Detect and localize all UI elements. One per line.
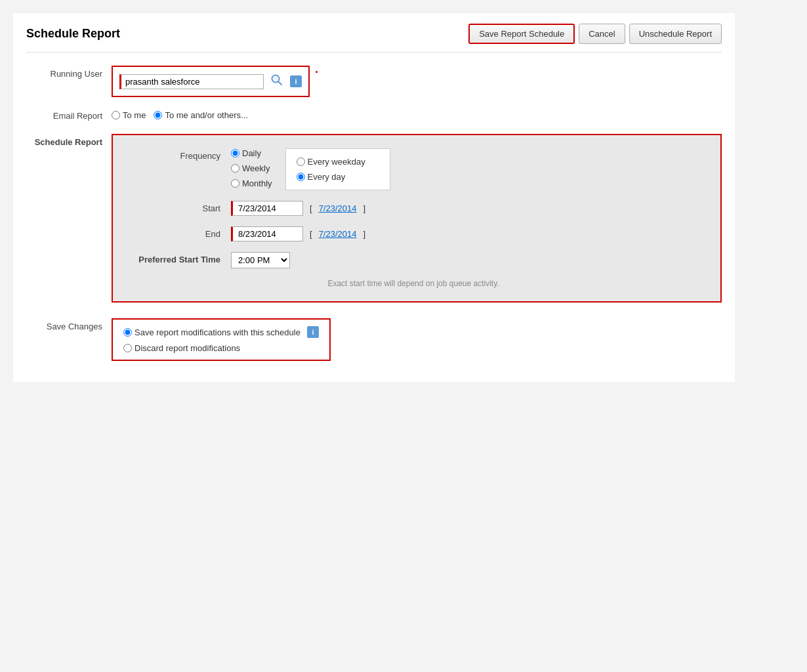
preferred-start-time-label: Preferred Start Time [126,252,231,264]
running-user-label: Running User [26,66,112,79]
unschedule-report-button[interactable]: Unschedule Report [629,24,722,44]
cancel-button[interactable]: Cancel [579,24,625,44]
search-icon [270,74,283,87]
every-weekday-label: Every weekday [308,157,365,167]
running-user-input[interactable] [119,74,264,89]
running-user-info-icon[interactable]: i [290,75,302,87]
svg-point-2 [274,77,278,81]
header-actions: Save Report Schedule Cancel Unschedule R… [468,24,722,44]
start-date-wrapper: [ 7/23/2014 ] [231,201,365,216]
save-changes-box: Save report modifications with this sche… [112,318,331,361]
running-user-box: i [112,66,310,97]
save-modifications-option[interactable]: Save report modifications with this sche… [123,326,319,338]
start-label: Start [126,201,231,213]
email-report-label: Email Report [26,108,112,121]
frequency-label: Frequency [126,148,231,161]
preferred-start-time-select[interactable]: 12:00 AM1:00 AM2:00 AM 3:00 AM4:00 AM5:0… [231,252,290,268]
page-title: Schedule Report [26,27,120,41]
frequency-monthly-option[interactable]: Monthly [231,178,272,188]
every-day-radio[interactable] [297,173,305,181]
frequency-daily-radio[interactable] [231,149,239,158]
discard-modifications-option[interactable]: Discard report modifications [123,343,319,353]
save-modifications-info-icon[interactable]: i [307,326,319,338]
schedule-report-label: Schedule Report [26,134,112,147]
save-modifications-label: Save report modifications with this sche… [134,327,300,337]
save-modifications-radio[interactable] [123,328,132,337]
every-day-option[interactable]: Every day [297,172,379,182]
frequency-options: Daily Weekly Monthly [231,148,390,190]
end-date-wrapper: [ 7/23/2014 ] [231,226,365,242]
frequency-monthly-label: Monthly [242,178,272,188]
start-date-input[interactable] [231,201,303,216]
svg-line-1 [279,82,282,85]
frequency-main-options: Daily Weekly Monthly [231,148,272,188]
email-to-me-others-label: To me and/or others... [165,110,247,120]
frequency-sub-options: Every weekday Every day [285,148,390,190]
frequency-daily-option[interactable]: Daily [231,148,272,158]
email-to-me-others-option[interactable]: To me and/or others... [154,110,247,120]
every-weekday-option[interactable]: Every weekday [297,157,379,167]
email-report-options: To me To me and/or others... [112,108,248,120]
save-changes-label: Save Changes [26,318,112,331]
frequency-weekly-option[interactable]: Weekly [231,163,272,173]
email-to-me-option[interactable]: To me [112,110,146,120]
end-date-input[interactable] [231,226,303,242]
frequency-monthly-radio[interactable] [231,179,239,188]
frequency-weekly-radio[interactable] [231,164,239,173]
start-date-link[interactable]: 7/23/2014 [319,203,357,213]
email-to-me-label: To me [123,110,146,120]
end-label: End [126,226,231,239]
email-to-me-others-radio[interactable] [154,111,162,119]
discard-modifications-radio[interactable] [123,344,132,352]
discard-modifications-label: Discard report modifications [134,343,240,353]
running-user-search-button[interactable] [268,72,286,91]
schedule-info-text: Exact start time will depend on job queu… [126,279,701,288]
frequency-weekly-label: Weekly [242,163,270,173]
frequency-daily-label: Daily [242,148,261,158]
every-day-label: Every day [308,172,346,182]
schedule-report-box: Frequency Daily Weekly Month [112,134,722,303]
end-date-link[interactable]: 7/23/2014 [319,229,357,239]
required-indicator: · [315,66,318,79]
save-report-schedule-button[interactable]: Save Report Schedule [468,24,575,44]
email-to-me-radio[interactable] [112,111,120,119]
every-weekday-radio[interactable] [297,158,305,166]
